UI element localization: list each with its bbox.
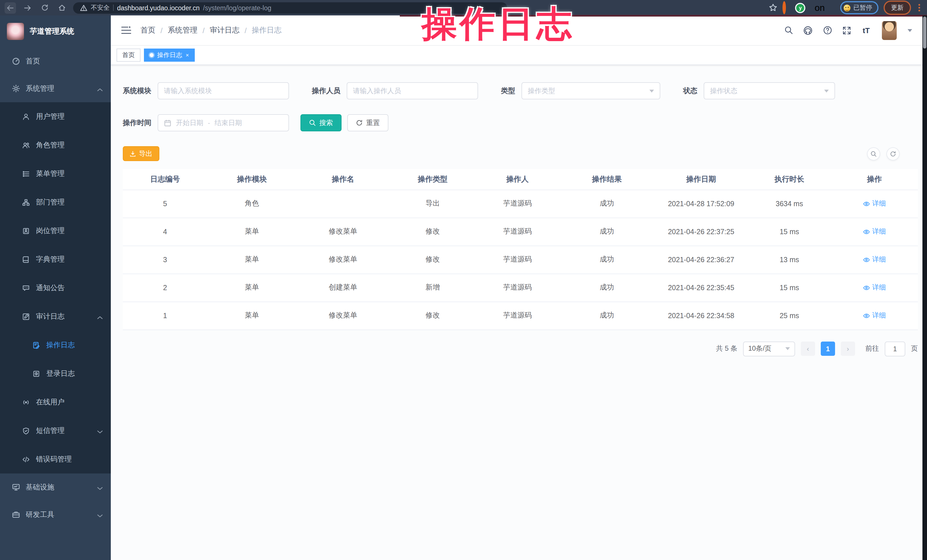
eye-icon [863,285,870,290]
security-label: 不安全 [91,3,109,12]
url-path: /system/log/operate-log [203,4,271,11]
warning-icon [80,4,87,11]
goto-page-input[interactable]: 1 [885,341,905,356]
type-select[interactable]: 操作类型 [521,82,660,99]
browser-reload-icon[interactable] [39,2,50,14]
app-logo[interactable]: 芋道管理系统 [0,15,111,47]
sidebar-item-roles[interactable]: 角色管理 [0,131,111,159]
sidebar-item-audit-log[interactable]: 审计日志 [0,302,111,331]
breadcrumb-audit[interactable]: 审计日志 [210,25,240,35]
detail-link[interactable]: 详细 [863,227,886,237]
sidebar-item-infrastructure[interactable]: 基础设施 [0,473,111,501]
code-icon [22,455,30,463]
user-avatar[interactable] [882,21,897,40]
search-icon[interactable] [784,26,793,35]
chrome-update-button[interactable]: 更新 [884,1,911,15]
page-size-select[interactable]: 10条/页 [743,341,795,356]
col-operator: 操作人 [476,169,559,190]
eye-icon [863,313,870,319]
detail-link[interactable]: 详细 [863,311,886,320]
online-signal-icon [22,398,30,406]
sidebar-item-sms[interactable]: 短信管理 [0,416,111,445]
extension-icon[interactable]: on [815,3,825,13]
browser-forward-icon[interactable] [22,2,33,14]
col-module: 操作模块 [207,169,296,190]
logo-avatar [7,23,24,40]
refresh-table-button[interactable] [886,147,900,160]
reset-button[interactable]: 重置 [347,114,388,131]
detail-link[interactable]: 详细 [863,199,886,208]
refresh-icon [356,119,363,126]
breadcrumb-system[interactable]: 系统管理 [168,25,198,35]
fullscreen-icon[interactable] [842,26,852,35]
sidebar-item-online-users[interactable]: 在线用户 [0,388,111,416]
eye-icon [863,257,870,263]
sidebar-item-users[interactable]: 用户管理 [0,102,111,131]
col-date: 操作日期 [655,169,748,190]
page-scrollbar[interactable] [922,15,927,560]
scrollbar-thumb[interactable] [923,17,926,49]
eye-icon [863,201,870,206]
app-title: 芋道管理系统 [30,26,74,36]
module-input[interactable]: 请输入系统模块 [158,82,289,99]
date-range-input[interactable]: 开始日期 - 结束日期 [158,114,289,131]
table-row: 2 菜单 创建菜单 新增 芋道源码 成功 2021-04-26 22:35:45… [123,273,918,302]
show-search-toggle-button[interactable] [867,147,880,160]
bookmark-star-icon[interactable] [769,3,777,12]
next-page-button[interactable]: › [841,341,855,356]
tags-view-bar: 首页 操作日志 × [111,46,922,65]
sidebar-item-system[interactable]: 系统管理 [0,75,111,102]
sidebar-item-dev-tools[interactable]: 研发工具 [0,501,111,528]
font-size-icon[interactable]: tT [861,26,871,35]
browser-back-icon[interactable] [5,2,16,14]
export-button[interactable]: 导出 [123,146,160,161]
prev-page-button[interactable]: ‹ [801,341,815,356]
profile-paused-chip[interactable]: 已暂停 [840,1,878,14]
sidebar-item-menus[interactable]: 菜单管理 [0,159,111,188]
sidebar-item-error-codes[interactable]: 错误码管理 [0,445,111,473]
chevron-down-icon [97,484,103,490]
table-row: 4 菜单 修改菜单 修改 芋道源码 成功 2021-04-26 22:37:25… [123,218,918,246]
search-button[interactable]: 搜索 [301,114,342,131]
operator-input[interactable]: 请输入操作人员 [347,82,478,99]
breadcrumb-home[interactable]: 首页 [140,25,155,35]
page-1-button[interactable]: 1 [821,341,835,356]
sidebar-item-dictionary[interactable]: 字典管理 [0,245,111,273]
active-dot [150,53,153,57]
role-icon [22,141,30,149]
browser-menu-icon[interactable] [918,7,920,9]
sidebar-item-operate-log[interactable]: 操作日志 [0,331,111,359]
browser-home-icon[interactable] [56,2,67,14]
avatar-caret-icon[interactable] [907,29,912,32]
extension-badge: on [815,3,825,12]
tab-operate-log[interactable]: 操作日志 × [144,49,195,62]
detail-link[interactable]: 详细 [863,255,886,264]
tab-home[interactable]: 首页 [117,49,140,62]
calendar-icon [164,119,171,126]
menu-list-icon [22,169,30,178]
operator-label: 操作人员 [312,86,340,96]
github-icon[interactable] [803,26,813,35]
sidebar-item-departments[interactable]: 部门管理 [0,188,111,217]
sidebar-item-login-log[interactable]: 登录日志 [0,359,111,388]
status-select[interactable]: 操作状态 [704,82,835,99]
total-count: 共 5 条 [716,344,737,354]
col-name: 操作名 [296,169,389,190]
close-icon[interactable]: × [185,52,189,58]
eye-icon [863,229,870,234]
extension-icon[interactable]: y [796,4,804,12]
sidebar-item-notice[interactable]: 通知公告 [0,273,111,302]
sidebar-item-posts[interactable]: 岗位管理 [0,217,111,245]
operate-log-table: 日志编号 操作模块 操作名 操作类型 操作人 操作结果 操作日期 执行时长 操作 [123,169,918,330]
sidebar-item-home[interactable]: 首页 [0,47,111,75]
hamburger-icon[interactable] [121,26,131,35]
main-panel: 首页 / 系统管理 / 审计日志 / 操作日志 [111,15,927,560]
help-icon[interactable] [822,26,832,35]
operate-log-icon [32,341,41,349]
table-header-row: 日志编号 操作模块 操作名 操作类型 操作人 操作结果 操作日期 执行时长 操作 [123,169,918,190]
extension-icon[interactable] [783,3,786,13]
address-bar[interactable]: 不安全 dashboard.yudao.iocoder.cn /system/l… [73,2,507,14]
detail-link[interactable]: 详细 [863,283,886,293]
chevron-down-icon [824,90,829,92]
col-result: 操作结果 [559,169,655,190]
